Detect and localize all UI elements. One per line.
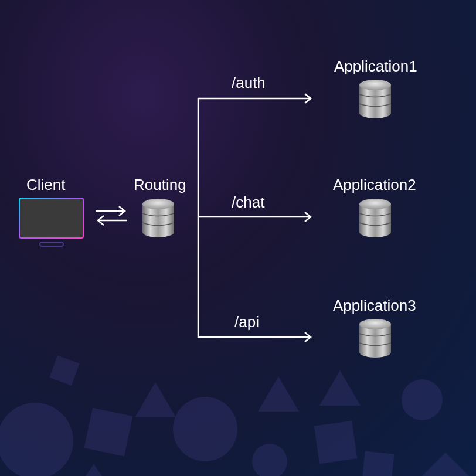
route-api-label: /api: [234, 313, 259, 331]
svg-marker-9: [258, 376, 299, 412]
routing-label: Routing: [134, 176, 186, 194]
database-icon: [359, 80, 391, 121]
svg-marker-12: [319, 370, 361, 406]
application2-label: Application2: [333, 176, 416, 194]
svg-point-0: [0, 403, 73, 476]
monitor-icon: [18, 196, 85, 251]
svg-rect-13: [19, 198, 83, 238]
svg-point-3: [252, 444, 287, 476]
bidirectional-arrow-icon: [91, 204, 132, 230]
svg-rect-7: [362, 451, 395, 476]
svg-marker-11: [73, 464, 114, 476]
svg-rect-6: [49, 355, 79, 385]
route-auth-label: /auth: [232, 74, 266, 92]
svg-marker-10: [422, 453, 469, 476]
client-label: Client: [26, 176, 65, 194]
svg-point-2: [402, 379, 443, 420]
database-icon: [359, 319, 391, 360]
svg-marker-8: [135, 382, 176, 417]
database-icon: [359, 199, 391, 240]
database-icon: [142, 199, 174, 240]
svg-rect-14: [40, 242, 63, 246]
svg-point-1: [173, 397, 237, 461]
route-chat-label: /chat: [232, 193, 264, 212]
application3-label: Application3: [333, 297, 416, 315]
svg-rect-4: [84, 407, 132, 456]
svg-rect-5: [314, 421, 357, 464]
application1-label: Application1: [334, 57, 417, 76]
